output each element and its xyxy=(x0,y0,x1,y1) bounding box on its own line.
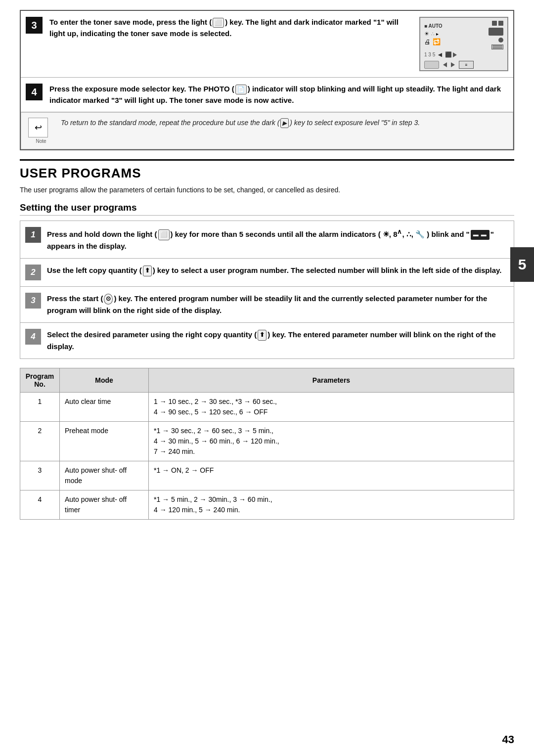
up-step-number-2: 2 xyxy=(25,265,41,280)
up-step-1: 1 Press and hold down the light (⬜) key … xyxy=(20,221,514,259)
up-step-4: 4 Select the desired parameter using the… xyxy=(20,323,514,358)
td-program-3: 3 xyxy=(20,461,60,490)
panel-icons-right xyxy=(489,21,503,49)
panel-rect: ≡ xyxy=(459,61,474,69)
table-row: 3 Auto power shut- off mode *1 → ON, 2 →… xyxy=(20,461,514,490)
table-body: 1 Auto clear time 1 → 10 sec., 2 → 30 se… xyxy=(20,393,514,520)
td-params-2: *1 → 30 sec., 2 → 60 sec., 3 → 5 min.,4 … xyxy=(149,422,514,461)
table-row: 2 Preheat mode *1 → 30 sec., 2 → 60 sec.… xyxy=(20,422,514,461)
td-program-4: 4 xyxy=(20,490,60,520)
panel-bottom-btns: ≡ xyxy=(424,61,474,69)
panel-top: ■ AUTO ☀ ∴ ▸ 🖨 🔁 xyxy=(424,21,503,49)
note-icon: ↩ xyxy=(28,118,48,137)
alarm-dots: ∴ xyxy=(406,230,411,238)
subsection-title: Setting the user programs xyxy=(20,202,514,216)
step-3-image: ■ AUTO ☀ ∴ ▸ 🖨 🔁 xyxy=(419,17,508,71)
panel-line-1 xyxy=(492,45,502,46)
up-step-number-1: 1 xyxy=(25,227,41,243)
page-number: 43 xyxy=(502,733,514,746)
light-word: light xyxy=(191,18,207,26)
dark-key-icon: ▶ xyxy=(280,118,289,128)
panel-circle-icon xyxy=(498,38,503,43)
td-mode-2: Preheat mode xyxy=(60,422,149,461)
td-program-2: 2 xyxy=(20,422,60,461)
section-divider xyxy=(20,159,514,161)
top-steps-container: 3 To enter the toner save mode, press th… xyxy=(20,10,514,150)
up-right-key: ⬆ xyxy=(258,330,267,340)
panel-arrows: ⬛ xyxy=(445,51,457,58)
up-step-number-3: 3 xyxy=(25,293,41,309)
top-step-4: 4 Press the exposure mode selector key. … xyxy=(21,78,513,112)
page-container: 5 3 To enter the toner save mode, press … xyxy=(0,0,534,756)
panel-btn-1 xyxy=(424,61,439,69)
device-panel: ■ AUTO ☀ ∴ ▸ 🖨 🔁 xyxy=(419,17,508,71)
step-number-3: 3 xyxy=(26,17,43,34)
th-program: ProgramNo. xyxy=(20,368,60,393)
up-step-1-text: Press and hold down the light (⬜) key fo… xyxy=(47,227,509,252)
panel-line-2 xyxy=(492,47,502,48)
table-header-row: ProgramNo. Mode Parameters xyxy=(20,368,514,393)
up-step-number-4: 4 xyxy=(25,329,41,345)
alarm-sun: ☀ xyxy=(383,230,389,238)
section-tab-number: 5 xyxy=(518,256,527,273)
td-mode-1: Auto clear time xyxy=(60,393,149,422)
panel-middle: 1 3 5 ◀ ⬛ xyxy=(424,51,503,58)
up-step-3: 3 Press the start (⊙) key. The entered p… xyxy=(20,287,514,323)
note-box: ↩ Note To return to the standard mode, r… xyxy=(21,112,513,149)
step-3-content: To enter the toner save mode, press the … xyxy=(49,17,508,71)
panel-icon-2 xyxy=(498,21,503,26)
td-params-3: *1 → ON, 2 → OFF xyxy=(149,461,514,490)
up-start-key: ⊙ xyxy=(104,294,113,304)
step-number-4: 4 xyxy=(26,84,43,100)
up-step-2: 2 Use the left copy quantity (⬆) key to … xyxy=(20,259,514,287)
up-display-dashes: ▬ ▬ xyxy=(471,230,490,240)
step-4-content: Press the exposure mode selector key. Th… xyxy=(49,84,508,106)
panel-icon-row-1 xyxy=(492,21,503,26)
panel-lines xyxy=(492,45,502,48)
panel-rect-icon: ≡ xyxy=(465,63,468,67)
top-step-3: 3 To enter the toner save mode, press th… xyxy=(21,11,513,78)
table-row: 4 Auto power shut- off timer *1 → 5 min.… xyxy=(20,490,514,520)
note-icon-symbol: ↩ xyxy=(35,122,42,133)
td-mode-3: Auto power shut- off mode xyxy=(60,461,149,490)
step-3-inner: To enter the toner save mode, press the … xyxy=(49,17,508,71)
panel-bottom: ≡ xyxy=(424,61,503,69)
user-program-steps: 1 Press and hold down the light (⬜) key … xyxy=(20,221,514,359)
table-row: 1 Auto clear time 1 → 10 sec., 2 → 30 se… xyxy=(20,393,514,422)
photo-key-icon: 📄 xyxy=(235,85,247,94)
panel-left-arrow xyxy=(443,62,447,67)
alarm-8v: 8∧ xyxy=(393,230,402,238)
up-left-key: ⬆ xyxy=(143,266,152,276)
up-step-3-text: Press the start (⊙) key. The entered pro… xyxy=(47,293,509,316)
td-program-1: 1 xyxy=(20,393,60,422)
td-mode-4: Auto power shut- off timer xyxy=(60,490,149,520)
light-key-icon: ⬜ xyxy=(213,18,224,28)
panel-icon-1 xyxy=(492,21,497,26)
td-params-4: *1 → 5 min., 2 → 30min., 3 → 60 min.,4 →… xyxy=(149,490,514,520)
program-table: ProgramNo. Mode Parameters 1 Auto clear … xyxy=(20,368,514,520)
td-params-1: 1 → 10 sec., 2 → 30 sec., *3 → 60 sec.,4… xyxy=(149,393,514,422)
panel-right-arrow xyxy=(453,52,457,57)
section-description: The user programs allow the parameters o… xyxy=(20,185,514,195)
note-label: Note xyxy=(36,138,46,144)
panel-right-arrow-2 xyxy=(451,62,455,67)
up-light-key: ⬜ xyxy=(158,229,170,240)
up-step-4-text: Select the desired parameter using the r… xyxy=(47,329,509,353)
step-4-text: Press the exposure mode selector key. Th… xyxy=(49,84,508,106)
panel-auto-label: ■ AUTO ☀ ∴ ▸ 🖨 🔁 xyxy=(424,21,443,45)
up-step-2-text: Use the left copy quantity (⬆) key to se… xyxy=(47,265,501,276)
alarm-wrench: 🔧 xyxy=(415,230,425,238)
note-icon-container: ↩ Note xyxy=(28,118,54,144)
section-tab: 5 xyxy=(510,247,534,282)
th-mode: Mode xyxy=(60,368,149,393)
panel-numbers: ◀ xyxy=(438,52,442,57)
th-parameters: Parameters xyxy=(149,368,514,393)
step-3-text: To enter the toner save mode, press the … xyxy=(49,17,409,39)
note-text: To return to the standard mode, repeat t… xyxy=(61,118,420,128)
section-title: USER PROGRAMS xyxy=(20,166,514,181)
